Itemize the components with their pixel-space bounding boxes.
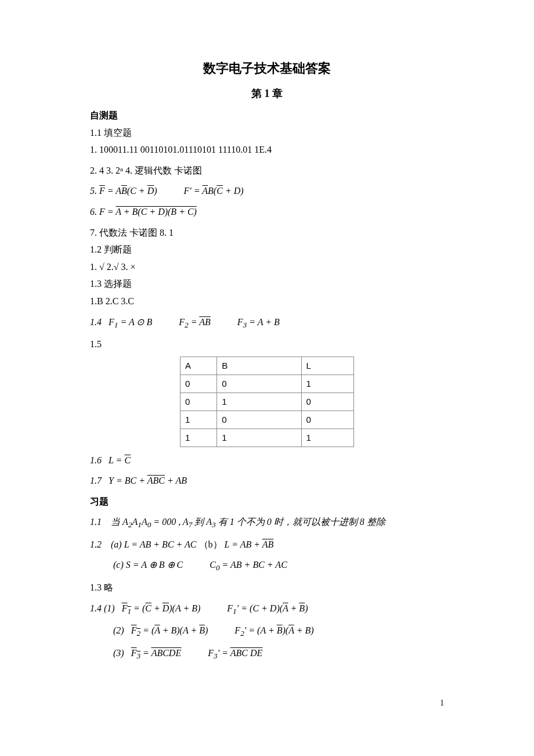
table-row: 0 0 1 <box>181 375 354 393</box>
q1-5: 5. F = AB(C + D) F′ = AB(C + D) <box>90 183 444 199</box>
q1-6: 6. F = A + B(C + D)(B + C) <box>90 204 444 219</box>
ex-1-2a: 1.2 (a) L = AB + BC + AC （b） L = AB + AB <box>90 537 444 552</box>
q1-1: 1. 100011.11 00110101.01110101 11110.01 … <box>90 142 444 157</box>
section-1-5-head: 1.5 <box>90 337 444 352</box>
ex-1-2c: (c) S = A ⊕ B ⊕ C C0 = AB + BC + AC <box>90 557 444 574</box>
page-number: 1 <box>90 697 444 710</box>
q1-2-3-4: 2. 4 3. 2ⁿ 4. 逻辑代数 卡诺图 <box>90 163 444 178</box>
ex-1-4-1: 1.4 (1) F1 = (C + D)(A + B) F1′ = (C + D… <box>90 601 444 618</box>
selftest-heading: 自测题 <box>90 108 444 123</box>
q1-4: 1.4 F1 = A ⊙ B F2 = AB F3 = A + B <box>90 315 444 332</box>
truth-table: A B L 0 0 1 0 1 0 1 0 0 1 1 1 <box>180 357 354 447</box>
section-1-3-head: 1.3 选择题 <box>90 276 444 291</box>
chapter-heading: 第 1 章 <box>90 85 444 102</box>
th-a: A <box>181 357 217 375</box>
page-title: 数字电子技术基础答案 <box>90 58 444 78</box>
q1-7-8: 7. 代数法 卡诺图 8. 1 <box>90 225 444 240</box>
q1-6b: 1.6 L = C <box>90 453 444 468</box>
section-1-1-head: 1.1 填空题 <box>90 125 444 141</box>
table-row: A B L <box>181 357 354 375</box>
table-row: 0 1 0 <box>181 393 354 411</box>
ex-1-1: 1.1 当 A2A1A0 = 000 , A7 到 A3 有 1 个不为 0 时… <box>90 514 444 531</box>
th-b: B <box>217 357 301 375</box>
q1-7b: 1.7 Y = BC + ABC + AB <box>90 473 444 488</box>
ex-1-3: 1.3 略 <box>90 580 444 595</box>
q1-2-judgments: 1. √ 2.√ 3. × <box>90 260 444 275</box>
table-row: 1 1 1 <box>181 429 354 447</box>
section-1-2-head: 1.2 判断题 <box>90 242 444 257</box>
q1-3-choices: 1.B 2.C 3.C <box>90 294 444 309</box>
ex-1-4-2: (2) F2 = (A + B)(A + B) F2′ = (A + B)(A … <box>90 623 444 640</box>
ex-1-4-3: (3) F3 = ABCDE F3′ = ABC DE <box>90 646 444 663</box>
table-row: 1 0 0 <box>181 411 354 429</box>
exercise-heading: 习题 <box>90 494 444 509</box>
th-l: L <box>301 357 353 375</box>
